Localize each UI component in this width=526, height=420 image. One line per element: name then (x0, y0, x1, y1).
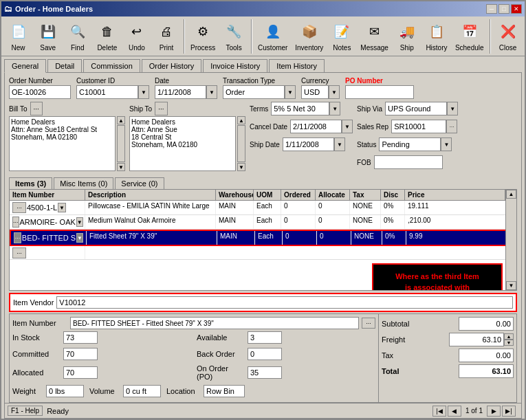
close-button[interactable]: ✕ (511, 4, 522, 14)
cancel-date-dropdown[interactable]: ▼ (342, 120, 353, 133)
date-dropdown[interactable]: ▼ (206, 85, 217, 99)
freight-up[interactable]: ▲ (504, 333, 514, 340)
freight-value[interactable] (449, 333, 504, 346)
new-button[interactable]: 📄 New (4, 19, 32, 54)
grid-scrollbar[interactable]: ▲ ▼ (505, 201, 516, 290)
transaction-type-input[interactable] (223, 85, 285, 99)
freight-down[interactable]: ▼ (504, 340, 514, 346)
ship-date-dropdown[interactable]: ▼ (334, 137, 345, 151)
total-value[interactable] (459, 364, 514, 378)
schedule-button[interactable]: 📅 Schedule (452, 19, 487, 54)
sales-rep-dropdown[interactable]: ··· (446, 120, 457, 133)
volume-input[interactable] (123, 385, 161, 397)
item-ellipsis-2[interactable]: ··· (12, 217, 19, 228)
ship-via-dropdown[interactable]: ▼ (447, 102, 458, 115)
grid-row[interactable]: ··· BED- FITTED S ▼ Fitted Sheet 79" X 3… (10, 230, 516, 246)
item-number-cell-2: ··· ARMOIRE- OAK ▼ (12, 217, 82, 228)
item-dropdown-1[interactable]: ▼ (58, 203, 66, 212)
fob-input[interactable] (374, 155, 443, 169)
inventory-button[interactable]: 📦 Inventory (292, 19, 327, 54)
new-row-button[interactable]: ··· (12, 247, 26, 258)
item-number-ellipsis[interactable]: ··· (362, 318, 375, 329)
item-dropdown-3[interactable]: ▼ (76, 233, 83, 243)
customer-button[interactable]: 👤 Customer (255, 19, 291, 54)
delete-button[interactable]: 🗑 Delete (93, 19, 121, 54)
grid-row-new[interactable]: ··· (10, 246, 516, 260)
item-ellipsis-1[interactable]: ··· (12, 202, 26, 213)
ship-via-input[interactable] (385, 102, 447, 115)
status-dropdown[interactable]: ▼ (441, 137, 452, 151)
find-button[interactable]: 🔍 Find (63, 19, 91, 54)
po-number-input[interactable] (345, 85, 414, 99)
scroll-down-button[interactable]: ▼ (506, 281, 516, 290)
window-controls[interactable]: ─ □ ✕ (486, 4, 522, 14)
bill-to-scroll-down[interactable]: ▼ (117, 163, 125, 171)
tab-order-history[interactable]: Order History (142, 59, 201, 73)
save-button[interactable]: 💾 Save (34, 19, 62, 54)
tax-value[interactable] (459, 349, 514, 362)
undo-button[interactable]: ↩ Undo (122, 19, 151, 54)
grid-row[interactable]: ··· ARMOIRE- OAK ▼ Medium Walnut Oak Arm… (10, 215, 516, 230)
nav-first-button[interactable]: |◀ (432, 406, 446, 417)
bill-to-button[interactable]: ··· (30, 102, 43, 115)
currency-dropdown[interactable]: ▼ (329, 85, 340, 99)
history-button[interactable]: 📋 History (422, 19, 450, 54)
notes-button[interactable]: 📝 Notes (328, 19, 356, 54)
process-button[interactable]: ⚙ Process (188, 19, 219, 54)
committed-input[interactable] (63, 348, 98, 360)
ship-date-input[interactable] (283, 137, 334, 151)
tab-items[interactable]: Items (3) (9, 177, 52, 189)
item-number-detail-input[interactable] (70, 317, 359, 329)
ship-to-button[interactable]: ··· (155, 102, 167, 115)
tab-general[interactable]: General (4, 59, 46, 73)
customer-id-input[interactable] (76, 85, 138, 99)
terms-input[interactable] (271, 102, 329, 115)
bill-to-textarea[interactable]: Home Dealers Attn: Anne Sue18 Central St… (9, 116, 116, 171)
location-input[interactable] (204, 385, 245, 397)
transaction-type-dropdown[interactable]: ▼ (285, 85, 296, 99)
tab-commission[interactable]: Commission (83, 59, 140, 73)
allocated-input[interactable] (63, 366, 98, 379)
right-fields-group: Ship Via ▼ Sales Rep ··· (357, 102, 458, 172)
nav-prev-button[interactable]: ◀ (448, 406, 461, 417)
ship-button[interactable]: 🚚 Ship (393, 19, 421, 54)
tab-detail[interactable]: Detail (47, 59, 82, 73)
print-button[interactable]: 🖨 Print (152, 19, 180, 54)
tab-service[interactable]: Service (0) (115, 177, 164, 189)
customer-id-dropdown[interactable]: ▼ (138, 85, 149, 99)
back-order-input[interactable] (248, 348, 282, 360)
minimize-button[interactable]: ─ (486, 4, 497, 14)
ship-to-textarea[interactable]: Home Dealers Attn: Anne Sue 18 Central S… (129, 116, 236, 171)
order-number-input[interactable] (9, 85, 71, 99)
on-order-label: On Order (PO) (197, 364, 245, 381)
nav-next-button[interactable]: ▶ (487, 406, 501, 417)
in-stock-input[interactable] (63, 331, 98, 344)
ship-to-scroll-down[interactable]: ▼ (237, 163, 245, 171)
status-input[interactable] (379, 137, 441, 151)
tools-button[interactable]: 🔧 Tools (220, 19, 248, 54)
notes-icon: 📝 (331, 21, 353, 43)
tab-item-history[interactable]: Item History (269, 59, 325, 73)
maximize-button[interactable]: □ (498, 4, 509, 14)
tab-invoice-history[interactable]: Invoice History (203, 59, 267, 73)
date-input[interactable] (155, 85, 206, 99)
cancel-date-input[interactable] (290, 120, 342, 133)
subtotal-value[interactable] (459, 317, 514, 331)
item-dropdown-2[interactable]: ▼ (76, 217, 83, 227)
bill-to-scroll-up[interactable]: ▲ (117, 116, 125, 124)
currency-input[interactable] (301, 85, 329, 99)
item-ellipsis-3[interactable]: ··· (14, 232, 21, 243)
sales-rep-input[interactable] (391, 120, 446, 133)
available-input[interactable] (248, 331, 282, 344)
message-button[interactable]: ✉ Message (358, 19, 391, 54)
grid-row[interactable]: ··· 4500-1-L ▼ Pillowcase - EMILIA SATIN… (10, 201, 516, 215)
vendor-input[interactable] (56, 296, 513, 309)
on-order-input[interactable] (248, 366, 282, 379)
ship-to-scroll-up[interactable]: ▲ (237, 116, 245, 124)
close-toolbar-button[interactable]: ❌ Close (494, 19, 522, 54)
weight-input[interactable] (46, 385, 84, 397)
find-icon: 🔍 (67, 21, 89, 43)
tab-misc-items[interactable]: Misc Items (0) (54, 177, 113, 189)
nav-last-button[interactable]: ▶| (502, 406, 516, 417)
terms-dropdown[interactable]: ▼ (329, 102, 340, 115)
